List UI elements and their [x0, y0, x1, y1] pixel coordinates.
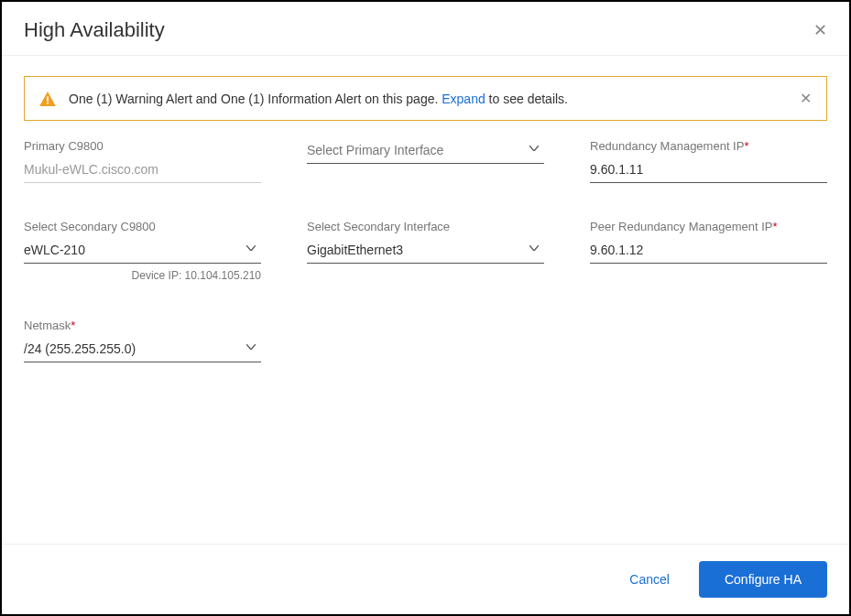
- field-secondary-c9800: Select Secondary C9800 Device IP: 10.104…: [24, 220, 261, 282]
- helper-device-ip: Device IP: 10.104.105.210: [24, 269, 261, 282]
- field-primary-interface: [307, 139, 544, 164]
- form-area: Primary C9800 Redundancy Management IP* …: [2, 130, 849, 372]
- dialog-title: High Availability: [24, 18, 165, 42]
- expand-link[interactable]: Expand: [442, 92, 485, 106]
- field-netmask: Netmask*: [24, 319, 261, 362]
- field-rmi: Redundancy Management IP*: [590, 139, 827, 183]
- label-secondary-interface: Select Secondary Interface: [307, 220, 544, 233]
- select-secondary-interface[interactable]: [307, 239, 544, 264]
- alert-close-icon[interactable]: ✕: [800, 90, 812, 107]
- warning-icon: [39, 92, 56, 106]
- cancel-button[interactable]: Cancel: [626, 563, 673, 596]
- input-rmi[interactable]: [590, 158, 827, 183]
- select-secondary-c9800[interactable]: [24, 239, 261, 264]
- svg-rect-1: [47, 102, 49, 103]
- select-primary-interface[interactable]: [307, 139, 544, 164]
- field-primary-c9800: Primary C9800: [24, 139, 261, 183]
- configure-ha-button[interactable]: Configure HA: [699, 561, 827, 598]
- label-primary-c9800: Primary C9800: [24, 139, 261, 153]
- label-rmi: Redundancy Management IP*: [590, 139, 827, 153]
- dialog-header: High Availability ✕: [2, 2, 849, 56]
- label-secondary-c9800: Select Secondary C9800: [24, 220, 261, 233]
- select-netmask[interactable]: [24, 338, 261, 362]
- field-peer-rmi: Peer Redundancy Management IP*: [590, 220, 827, 264]
- alert-message: One (1) Warning Alert and One (1) Inform…: [69, 92, 781, 106]
- input-primary-c9800: [24, 158, 261, 183]
- alert-banner: One (1) Warning Alert and One (1) Inform…: [24, 76, 827, 121]
- field-secondary-interface: Select Secondary Interface: [307, 220, 544, 264]
- input-peer-rmi[interactable]: [590, 239, 827, 264]
- close-icon[interactable]: ✕: [813, 20, 827, 40]
- label-netmask: Netmask*: [24, 319, 261, 332]
- dialog-footer: Cancel Configure HA: [2, 544, 849, 614]
- label-peer-rmi: Peer Redundancy Management IP*: [590, 220, 827, 233]
- svg-rect-0: [47, 96, 49, 101]
